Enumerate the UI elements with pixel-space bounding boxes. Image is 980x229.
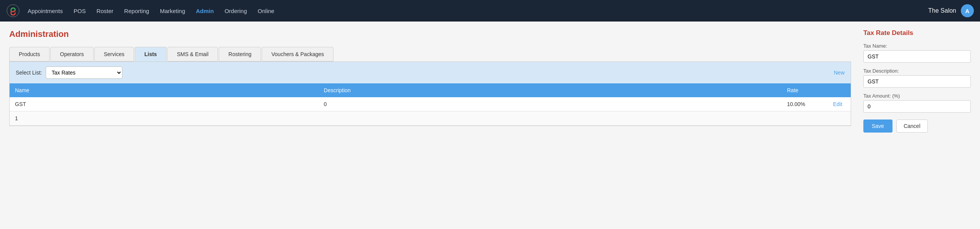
avatar[interactable]: A — [961, 4, 974, 17]
edit-link[interactable]: Edit — [828, 97, 851, 111]
row-name: GST — [10, 97, 318, 111]
save-button[interactable]: Save — [863, 119, 893, 133]
tab-lists[interactable]: Lists — [135, 47, 167, 61]
panel-title: Tax Rate Details — [863, 29, 971, 37]
row-description: 0 — [318, 97, 782, 111]
nav-link-ordering[interactable]: Ordering — [224, 8, 247, 14]
page-title: Administration — [9, 29, 851, 39]
left-panel: Administration ProductsOperatorsServices… — [9, 29, 851, 221]
nav-link-reporting[interactable]: Reporting — [124, 8, 149, 14]
tax-name-group: Tax Name: — [863, 43, 971, 63]
nav-link-admin[interactable]: Admin — [196, 8, 214, 14]
row-rate: 10.00% — [782, 97, 828, 111]
navbar: AppointmentsPOSRosterReportingMarketingA… — [0, 0, 980, 22]
tax-description-label: Tax Description: — [863, 68, 971, 74]
row-description — [318, 111, 782, 126]
col-action — [828, 83, 851, 97]
tab-services[interactable]: Services — [94, 47, 134, 61]
nav-link-online[interactable]: Online — [258, 8, 274, 14]
right-panel: Tax Rate Details Tax Name: Tax Descripti… — [863, 29, 971, 221]
tax-amount-group: Tax Amount: (%) — [863, 93, 971, 113]
nav-link-appointments[interactable]: Appointments — [28, 8, 63, 14]
select-list-left: Select List: Tax Rates — [16, 66, 122, 79]
row-action — [828, 111, 851, 126]
tab-vouchers---packages[interactable]: Vouchers & Packages — [262, 47, 333, 61]
tab-rostering[interactable]: Rostering — [219, 47, 261, 61]
select-list-dropdown[interactable]: Tax Rates — [46, 66, 122, 79]
tab-operators[interactable]: Operators — [50, 47, 93, 61]
tab-products[interactable]: Products — [9, 47, 49, 61]
table-row: GST 0 10.00% Edit — [10, 97, 851, 111]
navbar-right: The Salon A — [928, 4, 974, 17]
table-container: Select List: Tax Rates New Name Descript… — [9, 61, 851, 126]
table-body: GST 0 10.00% Edit 1 — [10, 97, 851, 126]
tab-sms---email[interactable]: SMS & Email — [167, 47, 218, 61]
nav-link-pos[interactable]: POS — [74, 8, 86, 14]
col-description: Description — [318, 83, 782, 97]
row-name: 1 — [10, 111, 318, 126]
select-list-label: Select List: — [16, 70, 42, 76]
tax-name-input[interactable] — [863, 50, 971, 63]
app-logo[interactable] — [6, 4, 20, 18]
salon-name: The Salon — [928, 7, 956, 14]
row-rate — [782, 111, 828, 126]
tax-amount-input[interactable] — [863, 100, 971, 113]
col-name: Name — [10, 83, 318, 97]
tax-amount-label: Tax Amount: (%) — [863, 93, 971, 99]
tabs: ProductsOperatorsServicesListsSMS & Emai… — [9, 47, 851, 61]
nav-links: AppointmentsPOSRosterReportingMarketingA… — [28, 8, 928, 14]
main-content: Administration ProductsOperatorsServices… — [0, 22, 980, 229]
table-row: 1 — [10, 111, 851, 126]
cancel-button[interactable]: Cancel — [896, 119, 928, 133]
data-table: Name Description Rate GST 0 10.00% Edit — [10, 83, 851, 126]
tax-description-input[interactable] — [863, 75, 971, 88]
nav-link-roster[interactable]: Roster — [96, 8, 113, 14]
nav-link-marketing[interactable]: Marketing — [160, 8, 185, 14]
new-link[interactable]: New — [834, 70, 845, 76]
tax-description-group: Tax Description: — [863, 68, 971, 88]
select-list-bar: Select List: Tax Rates New — [10, 62, 851, 83]
tax-name-label: Tax Name: — [863, 43, 971, 49]
col-rate: Rate — [782, 83, 828, 97]
table-header: Name Description Rate — [10, 83, 851, 97]
form-buttons: Save Cancel — [863, 119, 971, 133]
